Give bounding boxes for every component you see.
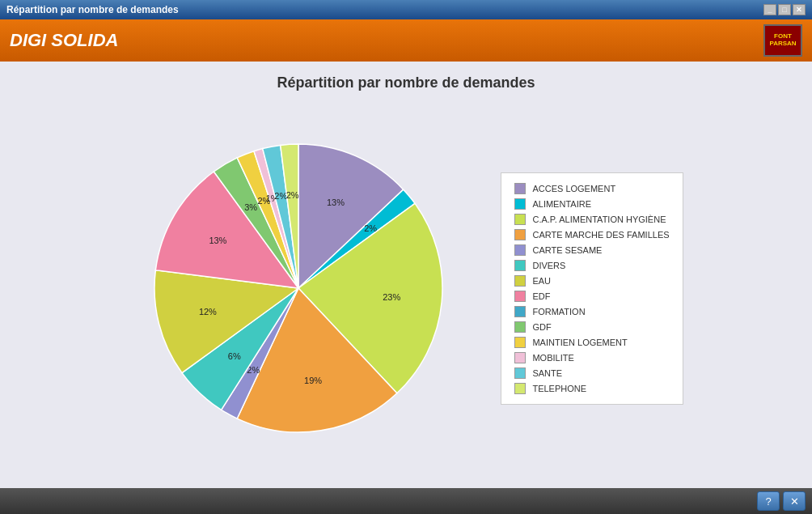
maximize-button[interactable]: □ (778, 4, 791, 15)
legend-color-edf (514, 291, 526, 302)
legend-color-mobilite (514, 352, 526, 363)
pie-svg: 13%2%23%19%2%6%12%13%3%2%1%2%2% (129, 118, 468, 458)
legend-item-maintien: MAINTIEN LOGEMENT (514, 337, 669, 348)
legend-label-gdf: GDF (532, 322, 551, 332)
legend-item-formation: FORMATION (514, 306, 669, 317)
minimize-button[interactable]: _ (763, 4, 776, 15)
legend-item-divers: DIVERS (514, 260, 669, 271)
chart-legend: ACCES LOGEMENT ALIMENTAIRE C.A.P. ALIMEN… (501, 172, 683, 405)
legend-color-sante (514, 367, 526, 379)
legend-color-eau (514, 275, 526, 287)
legend-item-carte-sesame: CARTE SESAME (514, 244, 669, 256)
legend-label-carte-sesame: CARTE SESAME (532, 245, 602, 255)
legend-item-cap: C.A.P. ALIMENTATION HYGIÈNE (514, 214, 669, 225)
legend-label-eau: EAU (532, 276, 551, 286)
legend-label-divers: DIVERS (532, 261, 565, 270)
main-content: Répartition par nombre de demandes 13%2%… (0, 62, 812, 488)
legend-label-mobilite: MOBILITE (532, 353, 573, 363)
legend-color-telephone (514, 383, 526, 394)
svg-text:19%: 19% (305, 376, 323, 385)
svg-text:13%: 13% (209, 236, 227, 245)
legend-color-cap (514, 214, 526, 225)
legend-item-gdf: GDF (514, 321, 669, 333)
title-bar: Répartition par nombre de demandes _ □ ✕ (0, 0, 812, 19)
legend-item-edf: EDF (514, 291, 669, 302)
app-logo: FONTPARSAN (763, 24, 802, 57)
legend-label-cap: C.A.P. ALIMENTATION HYGIÈNE (532, 215, 666, 224)
legend-label-carte-marche: CARTE MARCHE DES FAMILLES (532, 230, 669, 240)
legend-color-formation (514, 306, 526, 317)
pie-chart: 13%2%23%19%2%6%12%13%3%2%1%2%2% (129, 118, 468, 458)
legend-color-acces-logement (514, 183, 526, 194)
app-header: DIGI SOLIDA FONTPARSAN (0, 19, 812, 62)
legend-label-alimentaire: ALIMENTAIRE (532, 199, 591, 209)
svg-text:12%: 12% (199, 307, 217, 316)
close-button[interactable]: ✕ (793, 4, 806, 15)
legend-label-telephone: TELEPHONE (532, 384, 586, 393)
legend-color-divers (514, 260, 526, 271)
legend-label-maintien: MAINTIEN LOGEMENT (532, 338, 627, 347)
chart-area: 13%2%23%19%2%6%12%13%3%2%1%2%2% ACCES LO… (13, 101, 799, 475)
legend-item-telephone: TELEPHONE (514, 383, 669, 394)
legend-label-formation: FORMATION (532, 307, 585, 316)
svg-text:2%: 2% (286, 190, 299, 200)
title-bar-controls: _ □ ✕ (763, 4, 806, 15)
legend-item-mobilite: MOBILITE (514, 352, 669, 363)
legend-item-eau: EAU (514, 275, 669, 287)
legend-color-alimentaire (514, 198, 526, 210)
legend-label-sante: SANTE (532, 368, 562, 378)
window-title: Répartition par nombre de demandes (6, 4, 179, 15)
chart-title: Répartition par nombre de demandes (13, 74, 799, 91)
close-icon: ✕ (790, 495, 799, 508)
svg-text:23%: 23% (383, 292, 401, 302)
footer-bar: ? ✕ (0, 488, 812, 514)
legend-color-gdf (514, 321, 526, 333)
help-button[interactable]: ? (757, 491, 780, 511)
legend-item-acces-logement: ACCES LOGEMENT (514, 183, 669, 194)
legend-label-edf: EDF (532, 291, 550, 301)
legend-item-sante: SANTE (514, 367, 669, 379)
svg-text:13%: 13% (327, 198, 345, 207)
footer-close-button[interactable]: ✕ (783, 491, 806, 511)
svg-text:6%: 6% (228, 351, 241, 361)
legend-item-alimentaire: ALIMENTAIRE (514, 198, 669, 210)
legend-color-carte-marche (514, 229, 526, 240)
svg-text:3%: 3% (245, 202, 258, 212)
legend-color-carte-sesame (514, 244, 526, 256)
legend-color-maintien (514, 337, 526, 348)
application-window: Répartition par nombre de demandes _ □ ✕… (0, 0, 812, 514)
app-title: DIGI SOLIDA (10, 30, 118, 51)
help-icon: ? (765, 495, 771, 508)
legend-item-carte-marche: CARTE MARCHE DES FAMILLES (514, 229, 669, 240)
legend-label-acces-logement: ACCES LOGEMENT (532, 184, 615, 193)
